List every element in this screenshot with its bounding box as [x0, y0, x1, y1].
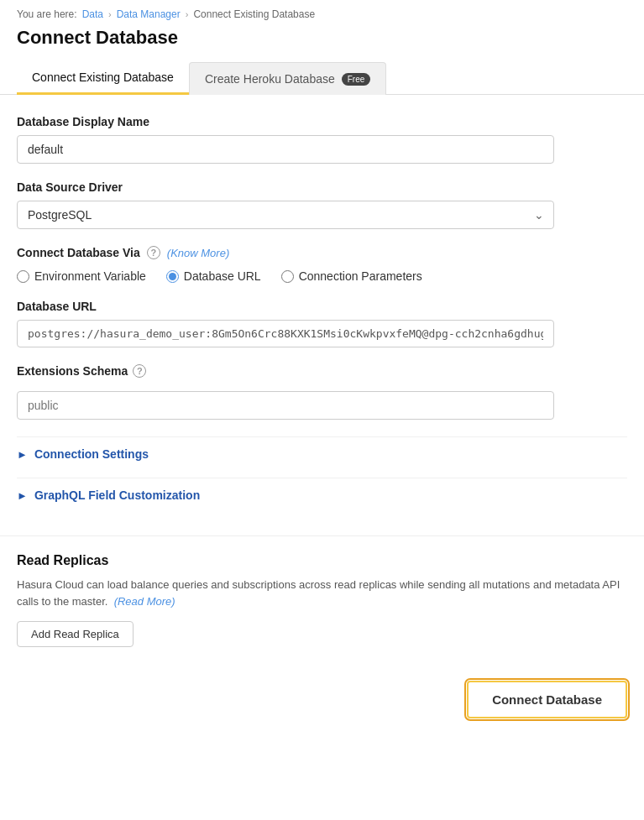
breadcrumb-current: Connect Existing Database — [193, 8, 315, 20]
radio-env-var-input[interactable] — [17, 270, 29, 283]
free-badge: Free — [342, 73, 371, 86]
display-name-input[interactable] — [17, 135, 554, 164]
extensions-label-row: Extensions Schema ? — [17, 364, 627, 378]
tab-connect-existing-label: Connect Existing Database — [32, 71, 174, 84]
radio-group: Environment Variable Database URL Connec… — [17, 269, 627, 283]
driver-select[interactable]: PostgreSQL MySQL MSSQL BigQuery — [17, 201, 554, 229]
db-url-group: Database URL — [17, 300, 627, 347]
radio-env-var[interactable]: Environment Variable — [17, 269, 146, 283]
extensions-schema-group: Extensions Schema ? — [17, 364, 627, 420]
add-read-replica-button[interactable]: Add Read Replica — [17, 621, 134, 647]
connection-settings-header[interactable]: ► Connection Settings — [17, 447, 627, 461]
tabs-container: Connect Existing Database Create Heroku … — [0, 62, 644, 95]
tab-create-heroku[interactable]: Create Heroku Database Free — [189, 62, 386, 95]
tab-connect-existing[interactable]: Connect Existing Database — [17, 62, 189, 95]
extensions-schema-label: Extensions Schema — [17, 364, 128, 378]
radio-conn-params-label: Connection Parameters — [299, 269, 422, 283]
connection-settings-label: Connection Settings — [34, 447, 149, 461]
extensions-schema-input[interactable] — [17, 391, 554, 420]
display-name-label: Database Display Name — [17, 115, 627, 128]
breadcrumb: You are here: Data › Data Manager › Conn… — [0, 0, 644, 25]
read-more-link[interactable]: (Read More) — [114, 595, 175, 608]
page-container: You are here: Data › Data Manager › Conn… — [0, 0, 644, 820]
driver-select-wrapper: PostgreSQL MySQL MSSQL BigQuery ⌄ — [17, 201, 554, 229]
driver-group: Data Source Driver PostgreSQL MySQL MSSQ… — [17, 180, 627, 229]
know-more-link[interactable]: (Know More) — [167, 247, 229, 259]
breadcrumb-manager-link[interactable]: Data Manager — [117, 8, 181, 20]
connect-database-button[interactable]: Connect Database — [467, 681, 627, 718]
display-name-group: Database Display Name — [17, 115, 627, 164]
radio-db-url-label: Database URL — [184, 269, 261, 283]
connection-settings-section: ► Connection Settings — [17, 436, 627, 471]
breadcrumb-arrow-1: › — [108, 9, 112, 19]
chevron-right-icon-1: ► — [17, 448, 28, 461]
driver-label: Data Source Driver — [17, 180, 627, 194]
form-section: Database Display Name Data Source Driver… — [0, 95, 644, 527]
radio-db-url[interactable]: Database URL — [166, 269, 261, 283]
chevron-right-icon-2: ► — [17, 489, 28, 502]
footer-actions: Connect Database — [0, 655, 644, 739]
graphql-field-section: ► GraphQL Field Customization — [17, 478, 627, 512]
read-replicas-desc: Hasura Cloud can load balance queries an… — [17, 577, 627, 609]
breadcrumb-data-link[interactable]: Data — [82, 8, 103, 20]
help-icon[interactable]: ? — [147, 246, 160, 259]
connect-via-label: Connect Database Via — [17, 246, 140, 259]
graphql-field-label: GraphQL Field Customization — [34, 488, 200, 502]
read-replicas-section: Read Replicas Hasura Cloud can load bala… — [0, 535, 644, 655]
radio-conn-params[interactable]: Connection Parameters — [281, 269, 422, 283]
read-replicas-title: Read Replicas — [17, 553, 627, 568]
extensions-help-icon[interactable]: ? — [133, 364, 146, 378]
db-url-label: Database URL — [17, 300, 627, 313]
page-title: Connect Database — [0, 25, 644, 62]
breadcrumb-prefix: You are here: — [17, 8, 77, 20]
tab-create-heroku-label: Create Heroku Database — [205, 72, 335, 86]
radio-db-url-input[interactable] — [166, 270, 179, 283]
radio-env-var-label: Environment Variable — [34, 269, 146, 283]
connect-via-row: Connect Database Via ? (Know More) — [17, 246, 627, 259]
db-url-input[interactable] — [17, 320, 554, 347]
graphql-field-header[interactable]: ► GraphQL Field Customization — [17, 488, 627, 502]
breadcrumb-arrow-2: › — [186, 9, 189, 19]
connect-via-group: Connect Database Via ? (Know More) Envir… — [17, 246, 627, 283]
read-replicas-description-text: Hasura Cloud can load balance queries an… — [17, 578, 620, 608]
radio-conn-params-input[interactable] — [281, 270, 294, 283]
